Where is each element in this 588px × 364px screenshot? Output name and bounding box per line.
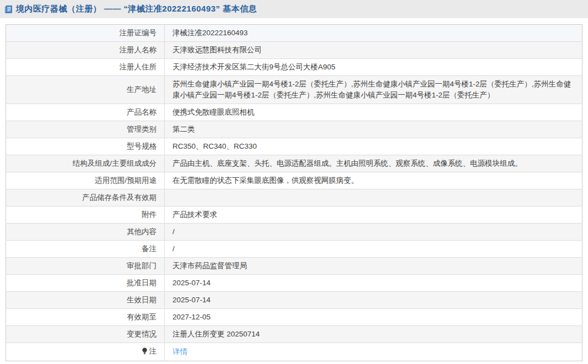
row-value-cell: 详情 [165, 343, 582, 361]
page-title: 境内医疗器械（注册） —— “津械注准20222160493” 基本信息 [16, 4, 257, 14]
row-value: 2025-07-14 [172, 279, 211, 287]
row-value: 在无需散瞳的状态下采集眼底图像，供观察视网膜病变。 [172, 176, 359, 184]
row-value-cell: 在无需散瞳的状态下采集眼底图像，供观察视网膜病变。 [165, 172, 582, 189]
row-value: / [172, 227, 175, 236]
table-row: 适用范围/预期用途在无需散瞳的状态下采集眼底图像，供观察视网膜病变。 [6, 172, 582, 189]
document-icon [4, 5, 13, 14]
row-value: 便携式免散瞳眼底照相机 [172, 108, 255, 116]
table-row: 注册人住所天津经济技术开发区第二大街9号总公司大楼A905 [6, 59, 582, 76]
table-row: 注详情 [6, 343, 582, 361]
row-label-cell: 备注 [6, 241, 165, 258]
table-row: 产品名称便携式免散瞳眼底照相机 [6, 104, 582, 121]
row-label: 附件 [142, 210, 157, 219]
row-value-cell: 注册人住所变更 20250714 [165, 326, 582, 343]
row-label: 备注 [142, 245, 157, 253]
row-label: 批准日期 [127, 279, 157, 287]
row-label-cell: 注册人名称 [6, 42, 165, 59]
row-value-cell: 2025-07-14 [165, 275, 582, 292]
row-label-cell: 产品名称 [6, 104, 165, 121]
row-label: 适用范围/预期用途 [95, 176, 157, 184]
row-value-cell: / [165, 241, 582, 258]
row-label: 管理类别 [127, 125, 157, 133]
row-label-cell: 有效期至 [6, 309, 165, 326]
row-label-cell: 注 [6, 343, 165, 361]
row-label-cell: 管理类别 [6, 121, 165, 138]
row-label: 注册证编号 [120, 29, 157, 37]
row-label-cell: 其他内容 [6, 224, 165, 241]
row-label: 有效期至 [127, 313, 157, 321]
row-value: / [172, 245, 175, 253]
row-label: 注册人住所 [120, 63, 157, 71]
row-value: 苏州生命健康小镇产业园一期4号楼1-2层（委托生产）,苏州生命健康小镇产业园一期… [172, 80, 571, 99]
table-row: 注册人名称天津致远慧图科技有限公司 [6, 42, 582, 59]
row-label-cell: 产品储存条件及有效期 [6, 189, 165, 207]
row-label: 结构及组成/主要组成成分 [73, 159, 157, 167]
table-row: 产品储存条件及有效期 [6, 189, 582, 207]
row-label: 产品名称 [127, 108, 157, 116]
row-label: 其他内容 [127, 227, 157, 236]
row-value: 第二类 [172, 125, 195, 133]
row-label: 生产地址 [127, 85, 157, 94]
table-row: 其他内容/ [6, 224, 582, 241]
row-label: 产品储存条件及有效期 [82, 193, 157, 202]
row-label-cell: 注册人住所 [6, 59, 165, 76]
row-value: 天津经济技术开发区第二大街9号总公司大楼A905 [172, 63, 336, 71]
row-label-cell: 批准日期 [6, 275, 165, 292]
row-value: 天津市药品监督管理局 [172, 262, 247, 270]
row-value-cell: 天津经济技术开发区第二大街9号总公司大楼A905 [165, 59, 582, 76]
table-row: 备注/ [6, 241, 582, 258]
row-label: 生效日期 [127, 296, 157, 304]
table-row: 生产地址苏州生命健康小镇产业园一期4号楼1-2层（委托生产）,苏州生命健康小镇产… [6, 76, 582, 104]
row-value: 津械注准20222160493 [172, 29, 248, 37]
row-label-cell: 审批部门 [6, 258, 165, 275]
row-value-cell [165, 189, 582, 207]
row-value: 产品由主机、底座支架、头托、电源适配器组成。主机由照明系统、观察系统、成像系统、… [172, 159, 522, 167]
row-value-cell: 第二类 [165, 121, 582, 138]
table-row: 注册证编号津械注准20222160493 [6, 25, 582, 42]
row-value: 2027-12-05 [172, 313, 211, 321]
row-value: 产品技术要求 [172, 210, 217, 219]
row-label-cell: 结构及组成/主要组成成分 [6, 155, 165, 172]
row-label: 型号规格 [127, 142, 157, 150]
row-label-cell: 附件 [6, 207, 165, 224]
row-value-cell: 苏州生命健康小镇产业园一期4号楼1-2层（委托生产）,苏州生命健康小镇产业园一期… [165, 76, 582, 104]
row-value-cell: 产品技术要求 [165, 207, 582, 224]
table-row: 型号规格RC350、RC340、RC330 [6, 138, 582, 155]
row-value-cell: 2025-07-14 [165, 292, 582, 309]
row-label: 注 [149, 347, 157, 355]
row-value: 注册人住所变更 20250714 [172, 330, 260, 338]
row-label-cell: 变更情况 [6, 326, 165, 343]
table-row: 变更情况注册人住所变更 20250714 [6, 326, 582, 343]
page-header: 境内医疗器械（注册） —— “津械注准20222160493” 基本信息 [0, 0, 588, 18]
row-value-cell: RC350、RC340、RC330 [165, 138, 582, 155]
row-value: 天津致远慧图科技有限公司 [172, 46, 262, 54]
row-label: 注册人名称 [120, 46, 157, 54]
table-row: 有效期至2027-12-05 [6, 309, 582, 326]
row-label: 审批部门 [127, 262, 157, 270]
row-label-cell: 生产地址 [6, 76, 165, 104]
row-label: 变更情况 [127, 330, 157, 338]
row-value-cell: 产品由主机、底座支架、头托、电源适配器组成。主机由照明系统、观察系统、成像系统、… [165, 155, 582, 172]
bulb-icon [142, 347, 148, 358]
row-value: RC350、RC340、RC330 [172, 142, 257, 150]
row-value-cell: / [165, 224, 582, 241]
row-value-cell: 天津市药品监督管理局 [165, 258, 582, 275]
registration-info-table: 注册证编号津械注准20222160493注册人名称天津致远慧图科技有限公司注册人… [6, 24, 582, 361]
table-row: 生效日期2025-07-14 [6, 292, 582, 309]
row-value-cell: 2027-12-05 [165, 309, 582, 326]
table-row: 附件产品技术要求 [6, 207, 582, 224]
row-value: 2025-07-14 [172, 296, 211, 304]
row-label-cell: 生效日期 [6, 292, 165, 309]
details-link[interactable]: 详情 [172, 347, 187, 356]
row-value-cell: 便携式免散瞳眼底照相机 [165, 104, 582, 121]
row-label-cell: 型号规格 [6, 138, 165, 155]
row-label-cell: 适用范围/预期用途 [6, 172, 165, 189]
row-value-cell: 天津致远慧图科技有限公司 [165, 42, 582, 59]
table-row: 结构及组成/主要组成成分产品由主机、底座支架、头托、电源适配器组成。主机由照明系… [6, 155, 582, 172]
table-row: 管理类别第二类 [6, 121, 582, 138]
registration-info-panel: 注册证编号津械注准20222160493注册人名称天津致远慧图科技有限公司注册人… [6, 24, 582, 361]
row-label-cell: 注册证编号 [6, 25, 165, 42]
row-value-cell: 津械注准20222160493 [165, 25, 582, 42]
table-row: 批准日期2025-07-14 [6, 275, 582, 292]
table-row: 审批部门天津市药品监督管理局 [6, 258, 582, 275]
